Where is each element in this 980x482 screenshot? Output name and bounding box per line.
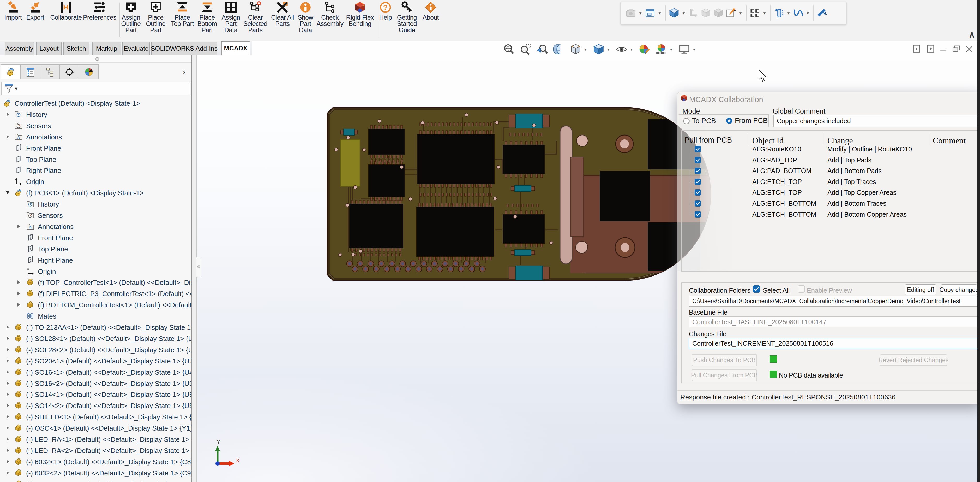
clear-all-parts-button[interactable]: Clear All Parts xyxy=(271,1,294,27)
tree-item[interactable]: Top Plane xyxy=(0,153,191,165)
tab-layout[interactable]: Layout xyxy=(36,42,62,55)
hu-prev-view-button[interactable] xyxy=(536,43,549,56)
dropdown-caret-icon[interactable]: ▾ xyxy=(582,43,589,56)
hu-view-orient-button[interactable] xyxy=(569,43,582,56)
cell-object-id[interactable]: ALG:PAD_TOP xyxy=(752,156,797,164)
tree-item[interactable]: (-) SO14<1> (Default) <<Default>_Display… xyxy=(0,388,191,400)
preferences-button[interactable]: Preferences xyxy=(83,1,116,21)
hu-monitor-button[interactable] xyxy=(678,43,691,56)
row-checkbox[interactable] xyxy=(695,211,701,217)
dropdown-caret-icon[interactable]: ▾ xyxy=(737,5,744,21)
export-button[interactable]: Export xyxy=(26,1,44,21)
tree-item[interactable]: Right Plane xyxy=(0,254,191,266)
about-button[interactable]: About xyxy=(423,1,439,21)
tree-item[interactable]: (-) TO-213AA<1> (Default) <<Default>_Dis… xyxy=(0,321,191,333)
expand-arrow-icon[interactable] xyxy=(5,470,10,476)
expand-arrow-icon[interactable] xyxy=(5,391,10,397)
rigid-flex-bending-button[interactable]: Rigid-Flex Bending xyxy=(346,1,374,27)
expand-arrow-icon[interactable] xyxy=(5,380,10,386)
splitter-collapse-handle[interactable] xyxy=(95,57,99,61)
import-button[interactable]: Import xyxy=(4,1,22,21)
qat-snapshot-button[interactable] xyxy=(624,5,637,21)
tree-item[interactable]: History xyxy=(0,198,191,210)
tab-markup[interactable]: Markup xyxy=(92,42,121,55)
qat-shaded-cube-button[interactable] xyxy=(668,5,680,21)
tree-item[interactable]: (-) LED_RA<2> (Default) <<Default>_Displ… xyxy=(0,445,191,456)
tree-item[interactable]: (-) LED_RA<1> (Default) <<Default>_Displ… xyxy=(0,433,191,445)
tree-item[interactable]: (f) PCB<1> (Default) <Display State-1> xyxy=(0,187,191,198)
row-checkbox[interactable] xyxy=(695,189,701,196)
clear-selected-parts-button[interactable]: Clear Selected Parts xyxy=(243,1,267,33)
collapse-arrow-icon[interactable] xyxy=(5,190,10,196)
propertymanager-tab[interactable] xyxy=(20,64,40,79)
expand-arrow-icon[interactable] xyxy=(5,324,10,330)
expand-arrow-icon[interactable] xyxy=(5,447,10,453)
baseline-file-field[interactable]: ControllerTest_BASELINE_20250801T100147 xyxy=(689,316,980,327)
mode-radio-from-pcb[interactable]: From PCB xyxy=(725,117,768,125)
qat-new-window-button[interactable] xyxy=(644,5,656,21)
collaborate-button[interactable]: Collaborate xyxy=(50,1,82,21)
row-checkbox[interactable] xyxy=(695,168,701,174)
tree-item[interactable]: (-) SOL28<1> (Default) <<Default>_Displa… xyxy=(0,333,191,344)
select-all-checkbox[interactable] xyxy=(753,286,760,293)
next-document-icon[interactable] xyxy=(925,45,935,53)
place-top-part-button[interactable]: Place Top Part xyxy=(171,1,194,27)
tree-item[interactable]: Origin xyxy=(0,176,191,187)
qat-spline-button[interactable] xyxy=(792,5,805,21)
expand-arrow-icon[interactable] xyxy=(5,134,10,140)
restore-icon[interactable] xyxy=(951,45,961,53)
tree-item[interactable]: Top Plane xyxy=(0,243,191,255)
cell-object-id[interactable]: ALG:ETCH_BOTTOM xyxy=(752,211,816,218)
row-checkbox[interactable] xyxy=(695,146,701,152)
tree-item[interactable]: Front Plane xyxy=(0,232,191,243)
tree-item[interactable]: Sensors xyxy=(0,209,191,221)
expand-arrow-icon[interactable] xyxy=(5,425,10,431)
tree-item[interactable]: (f) BOTTOM_ControllerTest<1> (Default) <… xyxy=(0,299,191,310)
tree-item[interactable]: Right Plane xyxy=(0,164,191,176)
changes-file-field[interactable]: ControllerTest_INCREMENT_20250801T100516 xyxy=(689,338,980,349)
tree-item[interactable]: (-) SO20<1> (Default) <<Default>_Display… xyxy=(0,355,191,367)
pcb-3d-model[interactable] xyxy=(327,107,711,281)
qat-pattern-button[interactable] xyxy=(749,5,761,21)
tree-item[interactable]: ControllerTest (Default) <Display State-… xyxy=(0,97,191,109)
cell-change[interactable]: Add | Top Traces xyxy=(827,178,876,186)
tree-item[interactable]: Sensors xyxy=(0,120,191,131)
tree-item[interactable]: (-) SOL28<2> (Default) <<Default>_Displa… xyxy=(0,344,191,355)
collaboration-path-field[interactable]: C:\Users\SarithaD\Documents\MCADX_Collab… xyxy=(689,295,980,306)
tree-filter-box[interactable]: ▾ xyxy=(1,82,190,95)
check-assembly-button[interactable]: Check Assembly xyxy=(317,1,344,27)
row-checkbox[interactable] xyxy=(695,179,701,185)
hu-appearance-button[interactable] xyxy=(638,43,651,56)
expand-arrow-icon[interactable] xyxy=(5,369,10,375)
tree-item[interactable]: (-) SO16<1> (Default) <<Default>_Display… xyxy=(0,366,191,378)
dropdown-caret-icon[interactable]: ▾ xyxy=(785,5,792,21)
expand-arrow-icon[interactable] xyxy=(16,223,21,229)
cell-object-id[interactable]: ALG:RouteKO10 xyxy=(752,145,801,153)
panel-expand-chevron-icon[interactable]: › xyxy=(183,67,185,77)
tree-item[interactable]: Mates xyxy=(0,310,191,322)
cell-object-id[interactable]: ALG:PAD_BOTTOM xyxy=(752,167,811,175)
cell-change[interactable]: Add | Top Pads xyxy=(827,156,872,164)
expand-arrow-icon[interactable] xyxy=(5,403,10,409)
show-part-data-button[interactable]: Show Part Data xyxy=(298,1,313,33)
cell-change[interactable]: Modify | Outline | RouteKO10 xyxy=(827,145,912,153)
tree-item[interactable]: (f) TOP_ControllerTest<1> (Default) <<De… xyxy=(0,276,191,288)
qat-ghost-cube-button[interactable] xyxy=(700,5,712,21)
expand-arrow-icon[interactable] xyxy=(5,481,10,482)
tab-solidworks-add-ins[interactable]: SOLIDWORKS Add-Ins xyxy=(151,42,217,55)
close-icon[interactable] xyxy=(964,45,975,53)
cell-object-id[interactable]: ALG:ETCH_TOP xyxy=(752,189,802,196)
cell-object-id[interactable]: ALG:ETCH_BOTTOM xyxy=(752,200,816,207)
collapse-ribbon-chevron-icon[interactable]: ∧ xyxy=(965,29,979,40)
tree-item[interactable]: (-) SO16<2> (Default) <<Default>_Display… xyxy=(0,378,191,389)
cell-change[interactable]: Add | Top Copper Areas xyxy=(827,189,897,196)
hu-section-button[interactable] xyxy=(552,43,566,56)
editing-off-button[interactable]: Editing off xyxy=(905,284,936,295)
pull-changes-button[interactable]: Pull Changes From PCB xyxy=(692,369,757,381)
tree-item[interactable]: (-) SO14<2> (Default) <<Default>_Display… xyxy=(0,400,191,411)
getting-started-button[interactable]: Getting Started Guide xyxy=(397,1,417,33)
qat-bracket-button[interactable] xyxy=(687,5,700,21)
copy-changes-button[interactable]: Copy changes xyxy=(941,284,977,295)
expand-arrow-icon[interactable] xyxy=(5,459,10,464)
tab-sketch[interactable]: Sketch xyxy=(63,42,89,55)
